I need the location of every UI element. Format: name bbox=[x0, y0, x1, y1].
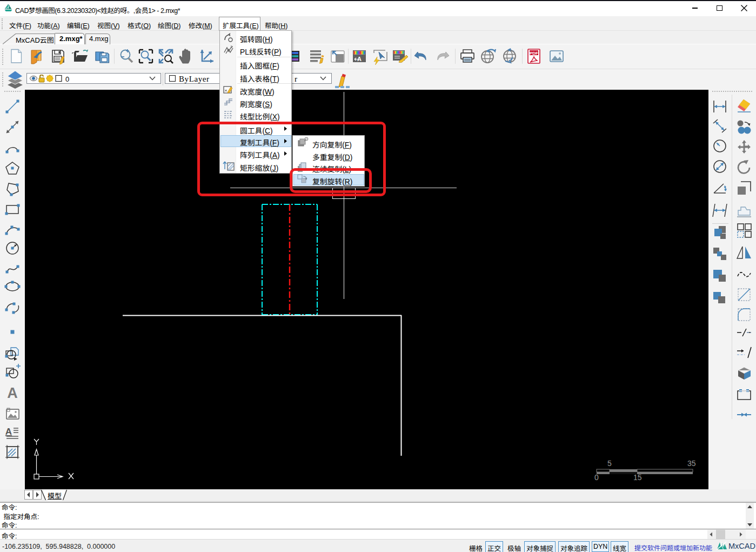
svg-text:PDF: PDF bbox=[530, 51, 538, 56]
svg-text:A: A bbox=[7, 385, 18, 401]
svg-text:5: 5 bbox=[607, 459, 612, 468]
svg-text:35: 35 bbox=[687, 459, 696, 468]
svg-text:A: A bbox=[5, 427, 12, 437]
svg-text:0: 0 bbox=[594, 473, 599, 482]
svg-text:15: 15 bbox=[633, 473, 642, 482]
